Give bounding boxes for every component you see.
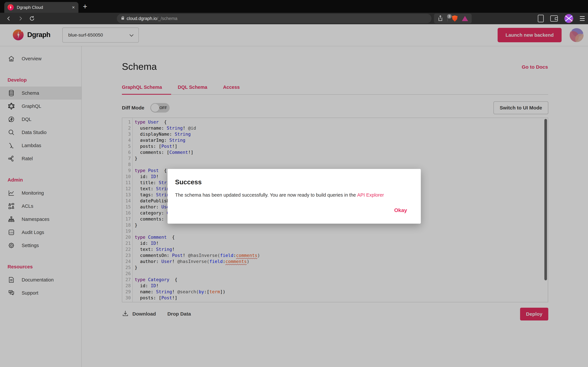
tab-strip: Dgraph Cloud × + xyxy=(0,0,588,13)
lock-icon xyxy=(121,17,124,20)
okay-button[interactable]: Okay xyxy=(393,207,408,214)
url-path: /_/schema xyxy=(157,16,178,21)
share-icon[interactable] xyxy=(438,15,443,22)
modal-body: The schema has been updated successfully… xyxy=(175,186,413,198)
back-icon[interactable] xyxy=(6,16,12,21)
dgraph-favicon-icon xyxy=(8,4,14,10)
forward-icon[interactable] xyxy=(17,16,23,21)
browser-toolbar: cloud.dgraph.io/_/schema 3 xyxy=(0,13,588,24)
dgraph-cloud-app: Dgraph blue-surf-650050 Launch new backe… xyxy=(0,24,588,367)
url-bar[interactable]: cloud.dgraph.io/_/schema xyxy=(117,14,432,23)
api-explorer-link[interactable]: API Explorer xyxy=(357,192,384,198)
success-modal: Success The schema has been updated succ… xyxy=(167,169,421,224)
brave-shield-icon[interactable] xyxy=(452,15,458,22)
screen: Dgraph Cloud × + cloud.dgraph.io/_/schem… xyxy=(0,0,588,367)
url-host: cloud.dgraph.io xyxy=(127,16,157,21)
tab-close-icon[interactable]: × xyxy=(71,5,75,10)
shield-badge: 3 xyxy=(447,14,452,19)
brave-rewards-icon[interactable] xyxy=(462,16,468,21)
sidebar-panel-icon[interactable] xyxy=(538,15,544,22)
wallet-icon[interactable] xyxy=(550,15,558,22)
new-tab-button[interactable]: + xyxy=(83,3,87,10)
modal-title: Success xyxy=(175,169,413,186)
modal-body-text: The schema has been updated successfully… xyxy=(175,192,357,198)
tab-title: Dgraph Cloud xyxy=(17,5,71,10)
browser-profile-avatar[interactable] xyxy=(564,14,573,23)
browser-tab[interactable]: Dgraph Cloud × xyxy=(4,2,78,13)
reload-icon[interactable] xyxy=(29,15,35,22)
extensions-cluster xyxy=(434,14,472,24)
browser-chrome: Dgraph Cloud × + cloud.dgraph.io/_/schem… xyxy=(0,0,588,24)
menu-icon[interactable] xyxy=(580,16,585,21)
